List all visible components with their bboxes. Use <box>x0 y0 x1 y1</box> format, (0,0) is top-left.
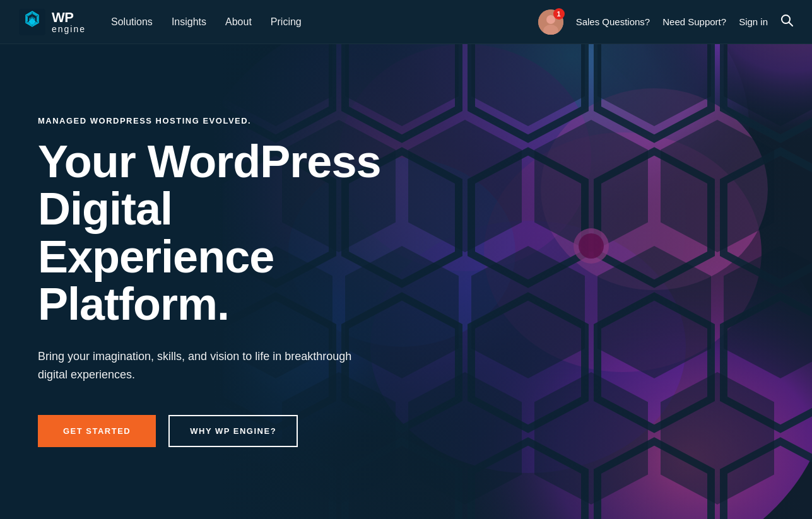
header-left: WP engine Solutions Insights About Prici… <box>19 9 302 35</box>
user-avatar-container[interactable]: 1 <box>538 9 563 35</box>
sign-in-link[interactable]: Sign in <box>739 16 768 27</box>
hero-subtitle: MANAGED WORDPRESS HOSTING EVOLVED. <box>38 116 391 125</box>
get-started-button[interactable]: GET STARTED <box>38 415 156 447</box>
hero-section: MANAGED WORDPRESS HOSTING EVOLVED. Your … <box>0 0 812 519</box>
svg-line-13 <box>789 23 793 26</box>
hero-content: MANAGED WORDPRESS HOSTING EVOLVED. Your … <box>0 72 391 448</box>
notification-badge: 1 <box>553 8 565 20</box>
hero-title: Your WordPress Digital Experience Platfo… <box>38 138 391 329</box>
need-support-link[interactable]: Need Support? <box>662 16 726 27</box>
main-nav: Solutions Insights About Pricing <box>111 16 302 28</box>
logo[interactable]: WP engine <box>19 9 86 35</box>
logo-icon <box>19 9 45 35</box>
logo-engine-text: engine <box>52 25 86 33</box>
hero-title-line2: Experience Platform. <box>38 231 274 330</box>
search-icon[interactable] <box>780 14 793 30</box>
nav-solutions[interactable]: Solutions <box>111 16 153 28</box>
site-header: WP engine Solutions Insights About Prici… <box>0 0 812 44</box>
logo-text: WP engine <box>52 11 86 33</box>
header-right: 1 Sales Questions? Need Support? Sign in <box>538 9 793 35</box>
hero-description: Bring your imagination, skills, and visi… <box>38 347 353 384</box>
hero-title-line1: Your WordPress Digital <box>38 136 380 235</box>
hero-buttons: GET STARTED WHY WP ENGINE? <box>38 415 391 447</box>
logo-wp-text: WP <box>52 11 86 25</box>
why-wpe-button[interactable]: WHY WP ENGINE? <box>168 415 298 447</box>
nav-about[interactable]: About <box>225 16 252 28</box>
sales-questions-link[interactable]: Sales Questions? <box>576 16 650 27</box>
nav-pricing[interactable]: Pricing <box>271 16 302 28</box>
nav-insights[interactable]: Insights <box>172 16 206 28</box>
